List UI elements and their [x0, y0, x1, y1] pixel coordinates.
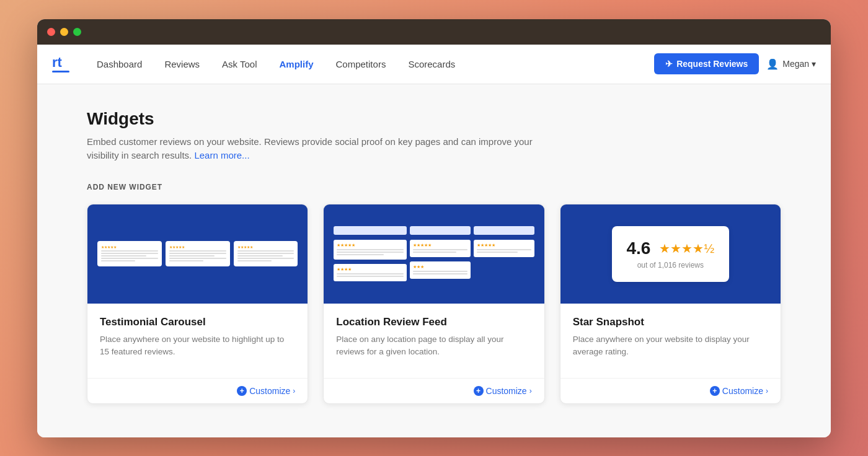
snapshot-desc: Place anywhere on your website to displa…	[573, 333, 768, 359]
nav-item-dashboard[interactable]: Dashboard	[87, 54, 152, 74]
user-menu[interactable]: 👤 Megan ▾	[766, 58, 816, 70]
snapshot-card: 4.6 ★★★★½ out of 1,016 reviews	[612, 226, 730, 282]
snapshot-customize-label: Customize	[722, 386, 763, 396]
snapshot-body: Star Snapshot Place anywhere on your web…	[560, 304, 781, 379]
plus-icon: +	[710, 386, 720, 396]
chevron-right-icon: ›	[529, 387, 532, 395]
page-description: Embed customer reviews on your website. …	[87, 135, 533, 163]
location-name: Location Review Feed	[336, 316, 531, 328]
mini-line	[169, 253, 226, 254]
mini-card-1: ★★★★★	[97, 241, 162, 266]
nav-items: Dashboard Reviews Ask Tool Amplify Compe…	[87, 54, 654, 74]
page-header: Widgets Embed customer reviews on your w…	[87, 109, 781, 163]
close-button[interactable]	[47, 28, 55, 36]
nav-item-amplify[interactable]: Amplify	[270, 54, 324, 74]
snapshot-stars: ★★★★½	[659, 241, 714, 256]
testimonial-customize-link[interactable]: + Customize ›	[237, 386, 295, 396]
section-label: ADD NEW WIDGET	[87, 183, 781, 191]
request-reviews-button[interactable]: ✈ Request Reviews	[654, 53, 759, 74]
location-preview-cols: ★★★★★ ★★★★	[334, 226, 534, 281]
minimize-button[interactable]	[60, 28, 68, 36]
mini-card-2: ★★★★★	[166, 241, 230, 266]
mini-line	[101, 258, 158, 259]
location-desc: Place on any location page to display al…	[336, 333, 531, 359]
testimonial-customize-label: Customize	[249, 386, 290, 396]
main-content: Widgets Embed customer reviews on your w…	[37, 84, 831, 437]
mini-line	[101, 253, 158, 254]
mini-stars-1: ★★★★★	[101, 245, 158, 249]
mini-line	[169, 260, 203, 261]
page-title: Widgets	[87, 109, 781, 129]
browser-window: rt Dashboard Reviews Ask Tool Amplify Co…	[37, 19, 831, 437]
mini-line	[101, 260, 135, 261]
location-customize-label: Customize	[486, 386, 527, 396]
mini-line	[101, 250, 158, 252]
mini-line	[237, 258, 294, 259]
testimonial-footer: + Customize ›	[87, 378, 308, 403]
mini-line	[237, 260, 272, 261]
browser-titlebar	[37, 19, 831, 45]
user-icon: 👤	[766, 58, 779, 70]
navbar: rt Dashboard Reviews Ask Tool Amplify Co…	[37, 45, 831, 84]
user-name-label: Megan ▾	[782, 59, 816, 69]
snapshot-footer: + Customize ›	[560, 378, 781, 403]
location-preview-area: ★★★★★ ★★★★	[324, 204, 544, 304]
nav-right: ✈ Request Reviews 👤 Megan ▾	[654, 53, 816, 74]
testimonial-name: Testimonial Carousel	[100, 316, 295, 328]
plus-icon: +	[237, 386, 247, 396]
logo-text: rt	[52, 56, 69, 69]
snapshot-rating: 4.6	[627, 239, 651, 258]
testimonial-desc: Place anywhere on your website to highli…	[100, 333, 295, 359]
mini-line	[101, 255, 146, 256]
mini-line	[169, 255, 215, 256]
maximize-button[interactable]	[73, 28, 81, 36]
nav-item-scorecards[interactable]: Scorecards	[398, 54, 465, 74]
page-description-text: Embed customer reviews on your website. …	[87, 136, 533, 161]
nav-item-competitors[interactable]: Competitors	[326, 54, 396, 74]
chevron-right-icon: ›	[766, 387, 768, 395]
mini-stars-2: ★★★★★	[169, 245, 226, 249]
nav-item-ask-tool[interactable]: Ask Tool	[212, 54, 267, 74]
snapshot-name: Star Snapshot	[573, 316, 768, 328]
plus-icon: +	[474, 386, 484, 396]
location-footer: + Customize ›	[324, 378, 544, 403]
mini-line	[237, 255, 283, 256]
snapshot-preview-area: 4.6 ★★★★½ out of 1,016 reviews	[560, 204, 781, 304]
mini-line	[237, 253, 294, 254]
mini-line	[169, 258, 226, 259]
send-icon: ✈	[665, 59, 673, 69]
chevron-right-icon: ›	[293, 387, 295, 395]
snapshot-customize-link[interactable]: + Customize ›	[710, 386, 768, 396]
logo[interactable]: rt	[52, 56, 69, 72]
mini-line	[169, 250, 226, 252]
mini-line	[237, 250, 294, 252]
nav-item-reviews[interactable]: Reviews	[154, 54, 210, 74]
logo-underline	[52, 71, 69, 72]
widget-card-location: ★★★★★ ★★★★	[323, 204, 544, 405]
location-customize-link[interactable]: + Customize ›	[474, 386, 532, 396]
mini-stars-3: ★★★★★	[237, 245, 294, 249]
location-body: Location Review Feed Place on any locati…	[324, 304, 544, 379]
widget-card-testimonial: ★★★★★ ★★★★★	[87, 204, 308, 405]
snapshot-count: out of 1,016 reviews	[627, 261, 715, 270]
widgets-grid: ★★★★★ ★★★★★	[87, 204, 781, 405]
testimonial-preview-area: ★★★★★ ★★★★★	[87, 204, 308, 304]
testimonial-body: Testimonial Carousel Place anywhere on y…	[87, 304, 308, 379]
learn-more-link[interactable]: Learn more...	[194, 150, 249, 160]
mini-card-3: ★★★★★	[234, 241, 298, 266]
testimonial-preview-cards: ★★★★★ ★★★★★	[97, 241, 298, 266]
request-reviews-label: Request Reviews	[676, 59, 748, 69]
widget-card-snapshot: 4.6 ★★★★½ out of 1,016 reviews Star Snap…	[560, 204, 781, 405]
